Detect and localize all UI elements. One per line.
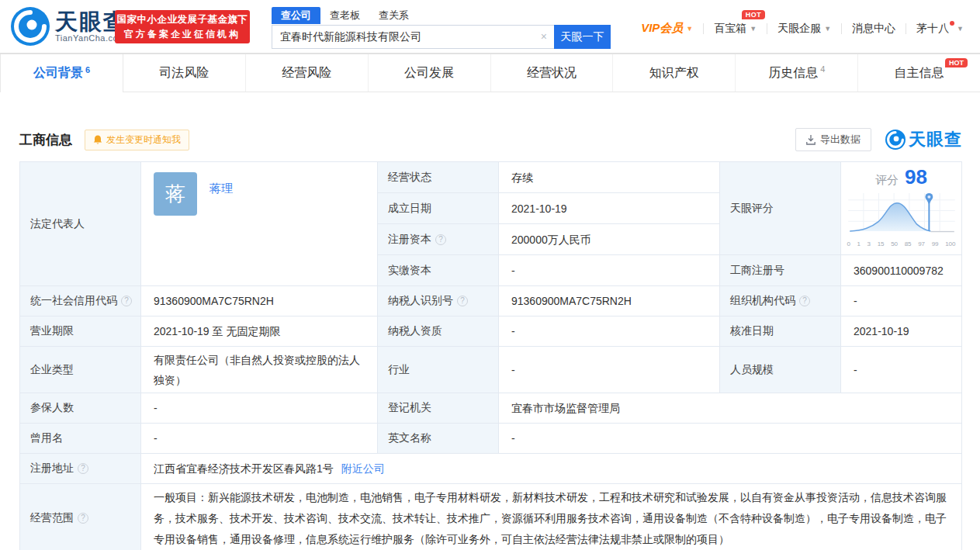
english-name-label: 英文名称: [378, 424, 498, 453]
username-label: 茅十八: [916, 22, 949, 36]
tab-company-background[interactable]: 公司背景 6: [0, 54, 123, 92]
top-header: 天眼查 TianYanCha.com 国家中小企业发展子基金旗下 官方备案企业征…: [0, 0, 980, 53]
reg-no-label: 工商注册号: [720, 255, 840, 285]
score-cell[interactable]: 评分 98 0 1 3 15: [841, 162, 961, 254]
help-icon[interactable]: ?: [121, 296, 132, 306]
business-info-header: 工商信息 发生变更时通知我 导出数据 天眼查: [19, 128, 962, 151]
taxpayer-id-label: 纳税人识别号 ?: [378, 286, 498, 316]
status-value: 存续: [499, 162, 719, 192]
tab-company-development[interactable]: 公司发展: [369, 54, 491, 92]
taxpayer-id-label-text: 纳税人识别号: [388, 294, 453, 308]
reg-capital-value: 200000万人民币: [499, 224, 719, 254]
address-label: 注册地址 ?: [20, 454, 140, 483]
address-value: 江西省宜春经济技术开发区春风路1号: [154, 458, 334, 479]
legal-rep-label: 法定代表人: [20, 162, 140, 285]
score-prefix: 评分: [875, 170, 899, 190]
nav-user-menu[interactable]: 茅十八 ▼: [906, 22, 974, 36]
section-title: 工商信息: [19, 131, 72, 149]
avatar[interactable]: 蒋: [154, 172, 197, 216]
tab-operating-status[interactable]: 经营状况: [491, 54, 614, 92]
tianyancha-watermark-icon: [885, 130, 906, 150]
tianyancha-watermark: 天眼查: [885, 128, 962, 151]
credit-code-value: 91360900MA7C75RN2H: [141, 286, 377, 316]
insured-value: -: [141, 393, 377, 423]
export-label: 导出数据: [820, 133, 861, 147]
reg-authority-label: 登记机关: [378, 393, 498, 423]
score-distribution-chart: [847, 190, 956, 233]
tick: 97: [918, 234, 925, 254]
nav-message-center[interactable]: 消息中心: [842, 22, 906, 36]
export-data-button[interactable]: 导出数据: [795, 128, 871, 151]
nav-enterprise-service[interactable]: 天眼企服 ▼: [767, 22, 841, 36]
search-tab-relation[interactable]: 查关系: [369, 7, 418, 24]
paid-capital-label: 实缴资本: [378, 255, 498, 285]
hot-badge: HOT: [742, 10, 766, 19]
nav-vip[interactable]: VIP会员 ▼: [631, 21, 703, 36]
scope-label-text: 经营范围: [30, 511, 74, 525]
credit-code-label-text: 统一社会信用代码: [30, 294, 117, 308]
help-icon[interactable]: ?: [799, 296, 810, 306]
nav-toolbox[interactable]: HOT 百宝箱 ▼: [704, 22, 767, 36]
company-type-label: 企业类型: [20, 347, 140, 393]
notify-label: 发生变更时通知我: [106, 133, 181, 147]
tab-intellectual-property[interactable]: 知识产权: [613, 54, 736, 92]
clear-icon[interactable]: ×: [541, 30, 547, 43]
tab-history-info[interactable]: 历史信息 4: [736, 54, 858, 92]
approve-date-value: 2021-10-19: [841, 317, 961, 346]
tab-label: 经营风险: [282, 65, 331, 81]
tick: 15: [878, 234, 885, 254]
watermark-label: 天眼查: [909, 128, 962, 151]
tab-label: 公司背景: [33, 65, 83, 81]
term-value: 2021-10-19 至 无固定期限: [141, 317, 377, 346]
tianyancha-logo[interactable]: 天眼查 TianYanCha.com: [11, 7, 127, 46]
download-icon: [806, 135, 816, 145]
business-info-table: 法定代表人 蒋 蒋理 经营状态 存续 成立日期 2021-10-19 注册资本 …: [19, 161, 962, 550]
search-tab-company[interactable]: 查公司: [272, 7, 320, 24]
help-icon[interactable]: ?: [457, 296, 468, 306]
search-button[interactable]: 天眼一下: [554, 25, 611, 49]
tab-label: 历史信息: [768, 65, 818, 81]
tab-label: 自主信息: [895, 65, 944, 81]
messages-label: 消息中心: [852, 22, 895, 36]
chevron-down-icon: ▼: [824, 25, 831, 33]
chevron-down-icon: ▼: [957, 25, 964, 33]
reg-no-value: 360900110009782: [841, 255, 961, 285]
toolbox-label: 百宝箱: [714, 22, 746, 36]
tab-label: 经营状况: [527, 65, 577, 81]
tab-judicial-risk[interactable]: 司法风险: [123, 54, 246, 92]
paid-capital-value: -: [499, 255, 719, 285]
staff-size-value: -: [841, 347, 961, 393]
tab-self-info[interactable]: 自主信息 HOT: [858, 54, 980, 92]
address-cell: 江西省宜春经济技术开发区春风路1号 附近公司: [141, 454, 961, 483]
taxpayer-id-value: 91360900MA7C75RN2H: [499, 286, 719, 316]
search-tabs: 查公司 查老板 查关系: [272, 6, 611, 25]
tab-count: 4: [820, 64, 825, 74]
reg-authority-value: 宜春市市场监督管理局: [499, 393, 961, 423]
help-icon[interactable]: ?: [78, 463, 88, 474]
help-icon[interactable]: ?: [78, 513, 88, 524]
notify-on-change-button[interactable]: 发生变更时通知我: [85, 130, 189, 150]
tick: 0: [847, 234, 850, 254]
org-code-label: 组织机构代码 ?: [720, 286, 840, 316]
taxpayer-qual-label: 纳税人资质: [378, 317, 498, 346]
tick: 50: [891, 234, 898, 254]
industry-value: -: [499, 347, 719, 393]
company-type-value: 有限责任公司（非自然人投资或控股的法人独资）: [141, 347, 377, 393]
legal-rep-name-link[interactable]: 蒋理: [210, 178, 233, 199]
tick: 1: [857, 234, 861, 254]
scope-label: 经营范围 ?: [20, 484, 140, 550]
status-label: 经营状态: [378, 162, 498, 192]
score-value: 98: [905, 167, 927, 187]
search-tab-boss[interactable]: 查老板: [320, 7, 369, 24]
tick: 99: [932, 234, 939, 254]
nearby-companies-link[interactable]: 附近公司: [341, 458, 385, 479]
tab-label: 知识产权: [649, 65, 699, 81]
org-code-value: -: [841, 286, 961, 316]
help-icon[interactable]: ?: [435, 234, 446, 245]
search-input[interactable]: [272, 25, 554, 49]
vip-label: VIP会员: [641, 21, 683, 36]
bell-icon: [93, 135, 102, 145]
tab-operating-risk[interactable]: 经营风险: [246, 54, 369, 92]
org-code-label-text: 组织机构代码: [730, 294, 795, 308]
score-label: 天眼评分: [720, 162, 840, 254]
